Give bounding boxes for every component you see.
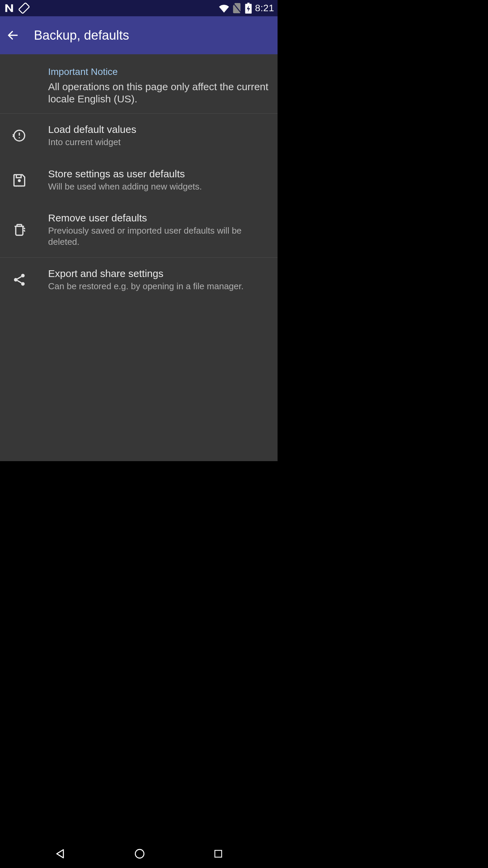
item-subtitle: Previously saved or imported user defaul…	[48, 225, 271, 247]
restore-icon	[9, 129, 29, 143]
item-export-share[interactable]: Export and share settings Can be restore…	[0, 258, 278, 302]
wifi-icon	[219, 3, 229, 13]
page-title: Backup, defaults	[34, 28, 129, 43]
item-text: Load default values Into current widget	[48, 124, 271, 148]
item-subtitle: Into current widget	[48, 137, 271, 148]
app-bar: Backup, defaults	[0, 16, 278, 54]
share-icon	[9, 273, 29, 287]
no-sim-icon	[233, 3, 242, 13]
n-icon	[3, 2, 15, 14]
item-title: Store settings as user defaults	[48, 168, 271, 180]
svg-point-3	[18, 179, 21, 182]
battery-charging-icon	[245, 3, 252, 14]
item-text: Remove user defaults Previously saved or…	[48, 212, 271, 247]
save-icon	[9, 173, 29, 187]
notice-text: All operations on this page only affect …	[48, 81, 271, 105]
item-text: Export and share settings Can be restore…	[48, 268, 271, 292]
svg-point-5	[21, 274, 25, 278]
important-notice: Important Notice All operations on this …	[0, 54, 278, 114]
item-remove-defaults[interactable]: Remove user defaults Previously saved or…	[0, 202, 278, 258]
status-right: 8:21	[219, 3, 274, 14]
status-bar: 8:21	[0, 0, 278, 16]
item-title: Remove user defaults	[48, 212, 271, 224]
item-text: Store settings as user defaults Will be …	[48, 168, 271, 192]
item-subtitle: Will be used when adding new widgets.	[48, 181, 271, 192]
notice-title: Important Notice	[48, 66, 271, 77]
trash-icon	[9, 223, 29, 237]
item-load-defaults[interactable]: Load default values Into current widget	[0, 114, 278, 158]
status-clock: 8:21	[255, 3, 274, 14]
svg-rect-0	[19, 3, 29, 14]
item-subtitle: Can be restored e.g. by opening in a fil…	[48, 281, 271, 292]
svg-point-6	[21, 282, 25, 286]
status-left	[3, 2, 30, 14]
item-title: Export and share settings	[48, 268, 271, 279]
item-title: Load default values	[48, 124, 271, 135]
svg-point-2	[19, 137, 20, 139]
item-store-defaults[interactable]: Store settings as user defaults Will be …	[0, 158, 278, 202]
back-button[interactable]	[6, 28, 20, 42]
settings-content: Important Notice All operations on this …	[0, 54, 278, 461]
autorotate-icon	[18, 2, 30, 14]
